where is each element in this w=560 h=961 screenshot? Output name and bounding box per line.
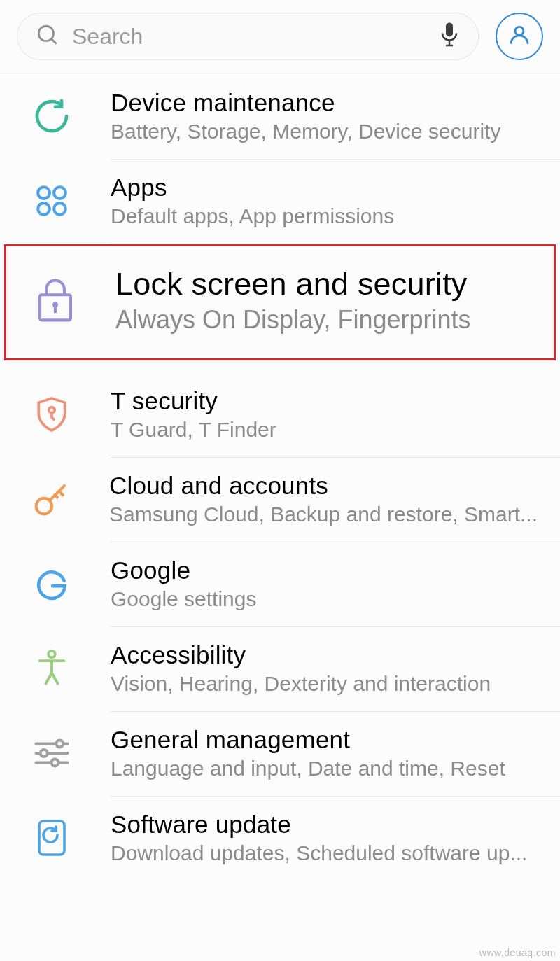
item-subtitle: Download updates, Scheduled software up.… <box>111 841 538 865</box>
key-icon <box>17 480 85 518</box>
profile-button[interactable] <box>496 13 543 60</box>
settings-item-lock-screen-security[interactable]: Lock screen and security Always On Displ… <box>4 244 556 360</box>
svg-point-17 <box>56 741 63 748</box>
settings-item-google[interactable]: Google Google settings <box>17 542 543 626</box>
sliders-icon <box>17 738 87 769</box>
item-subtitle: Language and input, Date and time, Reset <box>111 757 538 780</box>
item-subtitle: Default apps, App permissions <box>111 204 538 228</box>
item-title: General management <box>111 726 538 754</box>
watermark: www.deuaq.com <box>479 947 556 958</box>
item-subtitle: Battery, Storage, Memory, Device securit… <box>111 120 538 143</box>
settings-item-accessibility[interactable]: Accessibility Vision, Hearing, Dexterity… <box>17 627 543 711</box>
svg-point-9 <box>54 203 66 215</box>
update-badge-icon <box>17 818 87 857</box>
item-title: Google <box>111 556 538 584</box>
header: Search <box>0 0 560 73</box>
item-title: Apps <box>111 174 538 202</box>
search-field[interactable]: Search <box>17 13 479 60</box>
item-subtitle: Google settings <box>111 587 538 611</box>
item-title: T security <box>111 387 538 415</box>
settings-item-device-maintenance[interactable]: Device maintenance Battery, Storage, Mem… <box>17 73 543 159</box>
item-subtitle: T Guard, T Finder <box>111 418 538 442</box>
settings-item-apps[interactable]: Apps Default apps, App permissions <box>17 160 543 244</box>
apps-grid-icon <box>17 183 87 218</box>
svg-point-15 <box>48 651 55 658</box>
svg-point-13 <box>49 407 55 413</box>
search-placeholder: Search <box>72 24 426 50</box>
item-subtitle: Samsung Cloud, Backup and restore, Smart… <box>109 503 538 526</box>
settings-list: Device maintenance Battery, Storage, Mem… <box>0 73 560 881</box>
item-title: Cloud and accounts <box>109 472 538 500</box>
refresh-circle-icon <box>17 97 87 136</box>
settings-item-general-management[interactable]: General management Language and input, D… <box>17 712 543 796</box>
item-title: Software update <box>111 811 538 839</box>
search-icon <box>36 23 59 50</box>
svg-line-1 <box>52 39 57 44</box>
lock-icon <box>19 276 92 324</box>
item-title: Accessibility <box>111 641 538 669</box>
item-subtitle: Vision, Hearing, Dexterity and interacti… <box>111 672 538 696</box>
svg-point-0 <box>38 26 53 41</box>
item-subtitle: Always On Display, Fingerprints <box>115 305 536 335</box>
svg-point-6 <box>38 187 50 199</box>
microphone-icon[interactable] <box>439 22 460 51</box>
svg-point-8 <box>38 203 50 215</box>
settings-item-t-security[interactable]: T security T Guard, T Finder <box>17 373 543 457</box>
settings-item-cloud-accounts[interactable]: Cloud and accounts Samsung Cloud, Backup… <box>17 458 543 542</box>
settings-item-software-update[interactable]: Software update Download updates, Schedu… <box>17 797 543 881</box>
svg-point-19 <box>41 750 48 757</box>
accessibility-person-icon <box>17 648 87 689</box>
svg-point-5 <box>515 27 524 35</box>
svg-point-7 <box>54 187 66 199</box>
shield-icon <box>17 395 87 434</box>
item-title: Device maintenance <box>111 89 538 117</box>
svg-rect-2 <box>446 23 453 37</box>
item-title: Lock screen and security <box>115 266 536 302</box>
svg-point-21 <box>52 759 59 766</box>
profile-icon <box>507 23 531 50</box>
google-icon <box>17 566 87 601</box>
